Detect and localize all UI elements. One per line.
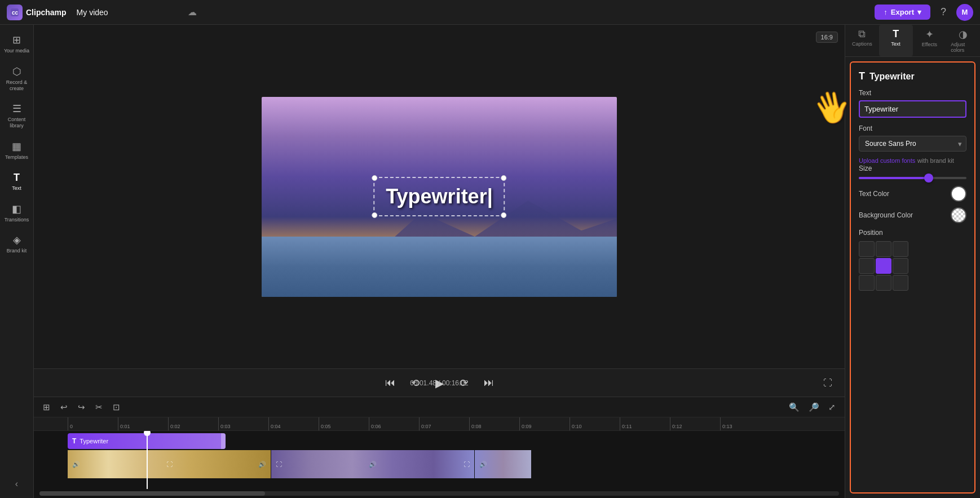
seg3-volume-icon: 🔊: [479, 461, 487, 468]
sidebar-item-text[interactable]: T Text: [2, 167, 32, 196]
position-cell-5[interactable]: [893, 258, 908, 274]
brand-kit-icon: ◈: [13, 234, 21, 246]
ruler-mark-5: 0:05: [319, 417, 369, 430]
handle-top-right[interactable]: [501, 175, 507, 181]
sidebar-item-record-create[interactable]: ⬡ Record & create: [2, 61, 32, 96]
export-button[interactable]: ↑ Export ▾: [875, 5, 930, 20]
sidebar-label-text: Text: [12, 185, 21, 192]
sidebar-item-content-library[interactable]: ☰ Content library: [2, 98, 32, 134]
video-canvas[interactable]: Typewriter|: [262, 97, 617, 297]
text-value-input[interactable]: [859, 100, 966, 118]
position-cell-3[interactable]: [859, 258, 875, 274]
text-overlay-container[interactable]: Typewriter|: [373, 177, 505, 216]
size-section: Size: [859, 164, 966, 179]
sidebar-label-record-create: Record & create: [4, 79, 30, 92]
adjust-colors-tab-label: Adjust colors: [951, 42, 975, 53]
upload-fonts-link[interactable]: Upload custom fonts: [859, 157, 915, 164]
position-cell-0[interactable]: [859, 241, 875, 257]
skip-to-start-button[interactable]: ⏮: [382, 375, 399, 391]
text-color-swatch[interactable]: [951, 186, 966, 202]
timeline-ruler: 0 0:01 0:02 0:03 0:04 0:05 0:06 0:07 0:0…: [34, 417, 845, 431]
ruler-mark-2: 0:02: [168, 417, 218, 430]
water-overlay: [262, 237, 617, 297]
redo-button[interactable]: ↪: [74, 401, 89, 414]
video-segment-1[interactable]: 🔊 ⛶ 🔊: [68, 450, 271, 478]
right-panel-tab-bar: ⧉ Captions T Text ✦ Effects ◑ Adjust col…: [845, 25, 980, 57]
position-cell-1[interactable]: [876, 241, 891, 257]
tab-text[interactable]: T Text: [879, 25, 913, 56]
save-frame-button[interactable]: ⊡: [109, 401, 123, 414]
help-button[interactable]: ?: [936, 4, 951, 20]
add-media-button[interactable]: ⊞: [39, 401, 54, 414]
position-cell-6[interactable]: [859, 275, 875, 291]
sidebar-label-content-library: Content library: [4, 117, 30, 129]
position-section: Position: [859, 229, 966, 291]
background-color-swatch[interactable]: [951, 207, 966, 223]
handle-bottom-left[interactable]: [372, 212, 377, 218]
font-section: Font Source Sans Pro Arial Roboto ▾ Uplo…: [859, 124, 966, 164]
size-slider-thumb[interactable]: [924, 174, 933, 183]
ruler-mark-10: 0:10: [570, 417, 620, 430]
text-clip-right-handle[interactable]: [221, 433, 226, 449]
ruler-mark-1: 0:01: [118, 417, 168, 430]
timeline-scrollbar[interactable]: [39, 491, 839, 496]
sidebar-item-transitions[interactable]: ◧ Transitions: [2, 198, 32, 228]
video-segment-3[interactable]: 🔊: [475, 450, 531, 478]
timeline-playhead[interactable]: [147, 431, 148, 489]
text-track: T Typewriter: [68, 433, 845, 449]
text-clip-type-icon: T: [72, 437, 76, 445]
tab-captions[interactable]: ⧉ Captions: [845, 25, 879, 56]
fast-forward-button[interactable]: ⟳: [456, 375, 471, 392]
fit-timeline-button[interactable]: ⤢: [825, 401, 839, 414]
help-icon: ?: [941, 6, 946, 17]
tab-effects[interactable]: ✦ Effects: [913, 25, 947, 56]
text-sidebar-icon: T: [14, 172, 20, 184]
skip-to-end-button[interactable]: ⏭: [480, 375, 497, 391]
background-color-row: Background Color: [859, 207, 966, 223]
ruler-mark-11: 0:11: [620, 417, 670, 430]
position-cell-8[interactable]: [893, 275, 908, 291]
rewind-button[interactable]: ⟲: [408, 375, 423, 392]
zoom-out-button[interactable]: 🔍: [785, 401, 803, 414]
tab-adjust-colors[interactable]: ◑ Adjust colors: [946, 25, 980, 56]
sidebar-label-transitions: Transitions: [5, 217, 29, 223]
ruler-mark-4: 0:04: [268, 417, 319, 430]
timeline-tracks: T Typewriter 🔊 ⛶ 🔊 ⛶ 🔊 ⛶: [34, 431, 845, 489]
export-dropdown-arrow: ▾: [917, 8, 921, 16]
panel-title: T Typewriter: [859, 70, 966, 82]
typewriter-text-overlay: Typewriter|: [386, 185, 492, 208]
timeline-scrollbar-thumb[interactable]: [39, 491, 265, 496]
ruler-mark-7: 0:07: [419, 417, 469, 430]
size-section-label: Size: [859, 164, 966, 172]
app-name: Clipchamp: [26, 8, 67, 17]
position-cell-2[interactable]: [893, 241, 908, 257]
export-label: Export: [891, 8, 914, 16]
fullscreen-button[interactable]: ⛶: [820, 376, 836, 390]
position-cell-4[interactable]: [876, 258, 891, 274]
svg-text:cc: cc: [12, 10, 19, 16]
your-media-icon: ⊞: [12, 34, 21, 46]
handle-top-left[interactable]: [372, 175, 377, 181]
play-pause-button[interactable]: ▶: [432, 374, 447, 392]
logo-icon: cc: [7, 5, 23, 20]
sidebar-item-brand-kit[interactable]: ◈ Brand kit: [2, 229, 32, 259]
font-select[interactable]: Source Sans Pro Arial Roboto: [859, 136, 966, 152]
seg2-expand2-icon: ⛶: [463, 461, 470, 468]
panel-title-icon: T: [859, 70, 865, 82]
size-slider-track[interactable]: [859, 177, 966, 179]
position-cell-7[interactable]: [876, 275, 891, 291]
panel-title-text: Typewriter: [869, 72, 915, 82]
sidebar-item-your-media[interactable]: ⊞ Your media: [2, 29, 32, 59]
video-title-input[interactable]: [72, 6, 180, 19]
sidebar-item-templates[interactable]: ▦ Templates: [2, 136, 32, 165]
captions-tab-label: Captions: [852, 41, 872, 47]
sidebar-collapse-button[interactable]: ‹: [11, 474, 23, 493]
cut-button[interactable]: ✂: [92, 401, 106, 414]
zoom-in-button[interactable]: 🔎: [805, 401, 823, 414]
sidebar-label-brand-kit: Brand kit: [7, 248, 27, 254]
video-segment-2[interactable]: ⛶ 🔊 ⛶: [271, 450, 474, 478]
left-sidebar: ⊞ Your media ⬡ Record & create ☰ Content…: [0, 25, 34, 498]
user-avatar[interactable]: M: [956, 4, 973, 21]
undo-button[interactable]: ↩: [57, 401, 71, 414]
content-library-icon: ☰: [12, 103, 21, 115]
